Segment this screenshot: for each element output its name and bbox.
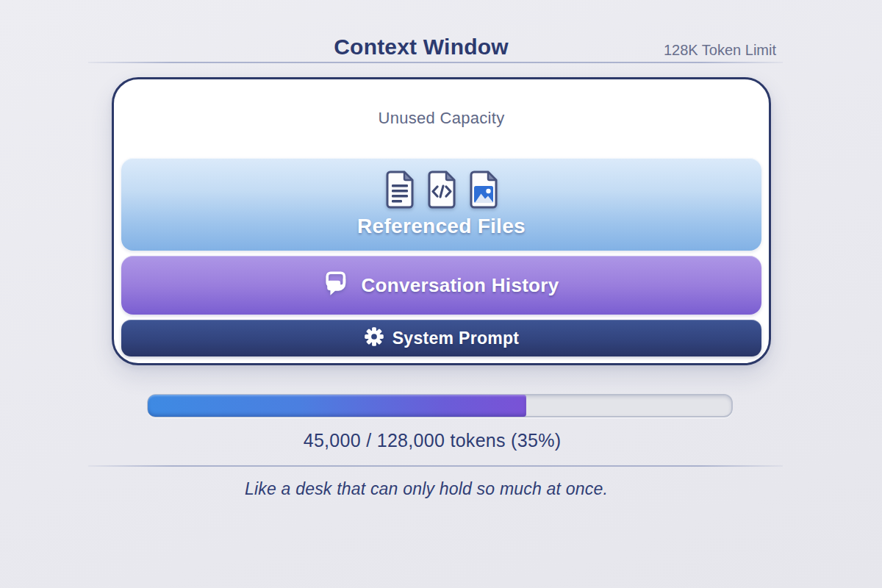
gear-icon bbox=[364, 326, 384, 350]
context-window-box: Unused Capacity bbox=[112, 77, 771, 365]
context-layers: Referenced Files Conversation History bbox=[121, 158, 761, 356]
progress-fill bbox=[148, 395, 526, 417]
token-limit-label: 128K Token Limit bbox=[664, 42, 776, 59]
header-divider bbox=[88, 62, 783, 63]
layer-system-prompt: System Prompt bbox=[121, 320, 761, 356]
footer-divider bbox=[88, 465, 783, 467]
code-file-icon bbox=[427, 171, 456, 212]
layer-referenced-files: Referenced Files bbox=[121, 158, 761, 251]
conversation-history-label: Conversation History bbox=[362, 274, 559, 297]
file-icons-row bbox=[385, 171, 498, 212]
token-usage-label: 45,000 / 128,000 tokens (35%) bbox=[0, 430, 864, 451]
document-file-icon bbox=[385, 171, 415, 212]
analogy-caption: Like a desk that can only hold so much a… bbox=[0, 479, 853, 499]
system-prompt-label: System Prompt bbox=[392, 329, 520, 348]
layer-conversation-history: Conversation History bbox=[121, 256, 761, 315]
image-file-icon bbox=[469, 171, 498, 212]
context-window-infographic: Context Window 128K Token Limit Unused C… bbox=[0, 0, 882, 588]
token-usage-bar bbox=[147, 394, 733, 417]
chat-bubbles-icon bbox=[324, 270, 352, 300]
unused-capacity-label: Unused Capacity bbox=[114, 109, 769, 128]
referenced-files-label: Referenced Files bbox=[357, 215, 526, 238]
